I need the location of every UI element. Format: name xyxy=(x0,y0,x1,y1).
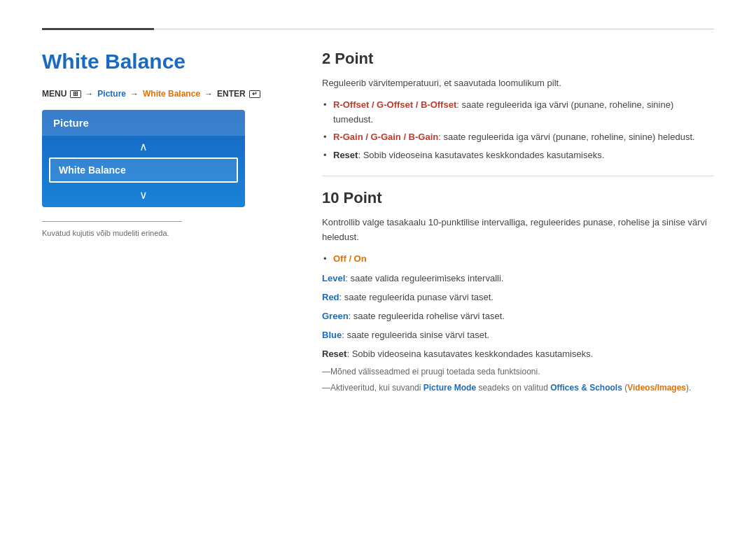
bullet-off-on-label: Off / On xyxy=(333,253,367,264)
param-red: Red: saate reguleerida punase värvi tase… xyxy=(322,290,714,305)
content-wrapper: White Balance MENU ⊞ → Picture → White B… xyxy=(42,50,714,398)
bullet-rgain: R-Gain / G-Gain / B-Gain: saate reguleer… xyxy=(333,130,714,145)
param-reset-text: : Sobib videoseina kasutavates keskkonda… xyxy=(346,349,593,359)
arrow3: → xyxy=(204,89,213,99)
note-2-offices: Offices & Schools xyxy=(550,383,622,393)
param-blue-text: : saate reguleerida sinise värvi taset. xyxy=(342,330,489,340)
bullet-rgain-label: R-Gain / G-Gain / B-Gain xyxy=(333,132,438,142)
param-level-text: : saate valida reguleerimiseks intervall… xyxy=(345,273,503,283)
section-10point-bullets: Off / On xyxy=(322,252,714,267)
param-blue-label: Blue xyxy=(322,330,342,340)
bullet-rgain-text: : saate reguleerida iga värvi (punane, r… xyxy=(438,132,694,142)
param-red-text: : saate reguleerida punase värvi taset. xyxy=(340,292,493,302)
param-reset-label: Reset xyxy=(322,349,346,359)
bullet-reset: Reset: Sobib videoseina kasutavates kesk… xyxy=(333,148,714,163)
bullet-off-on: Off / On xyxy=(333,252,714,267)
param-red-label: Red xyxy=(322,292,340,302)
param-level: Level: saate valida reguleerimiseks inte… xyxy=(322,272,714,286)
note-2-text-mid: seadeks on valitud xyxy=(476,383,550,393)
divider xyxy=(42,221,182,222)
menu-white-balance: White Balance xyxy=(143,89,200,99)
menu-label: MENU xyxy=(42,89,66,99)
section-separator xyxy=(322,176,714,176)
section-2point-desc: Reguleerib värvitemperatuuri, et saavuta… xyxy=(322,76,714,91)
section-10point-desc: Kontrollib valge tasakaalu 10-punktilise… xyxy=(322,216,714,245)
picture-menu-header: Picture xyxy=(42,110,245,136)
note-1: Mõned välisseadmed ei pruugi toetada sed… xyxy=(322,365,714,378)
rule-dark xyxy=(42,28,154,30)
note-2-text-end: ). xyxy=(686,383,691,393)
footnote: Kuvatud kujutis võib mudeliti erineda. xyxy=(42,229,280,237)
arrow-down-icon[interactable]: ∨ xyxy=(42,183,245,207)
param-reset: Reset: Sobib videoseina kasutavates kesk… xyxy=(322,347,714,362)
bullet-roffset-label: R-Offset / G-Offset / B-Offset xyxy=(333,99,456,110)
arrow2: → xyxy=(130,89,139,99)
top-rule xyxy=(42,28,714,30)
section-2point-bullets: R-Offset / G-Offset / B-Offset: saate re… xyxy=(322,98,714,163)
bullet-reset-label: Reset xyxy=(333,150,358,160)
arrow-up-icon[interactable]: ∧ xyxy=(42,136,245,157)
enter-icon: ↵ xyxy=(249,90,260,98)
left-column: White Balance MENU ⊞ → Picture → White B… xyxy=(42,50,280,398)
param-level-label: Level xyxy=(322,273,345,283)
page-title: White Balance xyxy=(42,50,280,73)
menu-picture: Picture xyxy=(97,89,126,99)
section-2point-title: 2 Point xyxy=(322,50,714,68)
menu-enter-label: ENTER xyxy=(217,89,246,99)
section-10point-title: 10 Point xyxy=(322,189,714,207)
menu-icon: ⊞ xyxy=(70,90,81,98)
right-column: 2 Point Reguleerib värvitemperatuuri, et… xyxy=(322,50,714,398)
arrow1: → xyxy=(85,89,93,99)
note-2: Aktiveeritud, kui suvandi Picture Mode s… xyxy=(322,381,714,394)
menu-path: MENU ⊞ → Picture → White Balance → ENTER… xyxy=(42,89,280,99)
note-2-text-pre: Aktiveeritud, kui suvandi xyxy=(330,383,424,393)
bullet-roffset: R-Offset / G-Offset / B-Offset: saate re… xyxy=(333,98,714,127)
note-1-text: Mõned välisseadmed ei pruugi toetada sed… xyxy=(330,367,540,377)
param-green-text: : saate reguleerida rohelise värvi taset… xyxy=(349,311,505,321)
param-green-label: Green xyxy=(322,311,349,321)
note-2-picture-mode: Picture Mode xyxy=(424,383,476,393)
picture-menu-selected-item[interactable]: White Balance xyxy=(49,157,238,183)
rule-light xyxy=(154,29,714,29)
picture-menu-box: Picture ∧ White Balance ∨ xyxy=(42,110,245,207)
param-green: Green: saate reguleerida rohelise värvi … xyxy=(322,309,714,324)
note-2-videos: Videos/Images xyxy=(627,383,686,393)
param-blue: Blue: saate reguleerida sinise värvi tas… xyxy=(322,328,714,343)
bullet-reset-text: : Sobib videoseina kasutavates keskkonda… xyxy=(358,150,604,160)
